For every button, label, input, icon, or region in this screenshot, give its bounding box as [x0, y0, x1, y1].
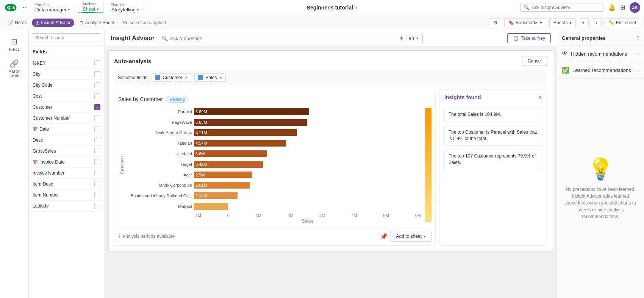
field-checkbox[interactable] [94, 203, 100, 209]
field-checkbox[interactable] [94, 192, 100, 198]
bar-value: 3.42M [195, 162, 207, 167]
master-items-icon: 🔗 [9, 59, 19, 68]
help-icon[interactable]: ? [636, 35, 639, 41]
bar-label: Userland [130, 151, 192, 156]
hidden-recommendations-item[interactable]: 👁 Hidden recommendations › [557, 46, 644, 62]
search-assets-input[interactable] [32, 33, 101, 42]
fields-icon: ⊟ [11, 37, 17, 46]
bars-area: Paracel5.69MPageWave5.63MDeak-Perera Gro… [130, 106, 421, 212]
bar-fill: 3.42M [194, 161, 263, 168]
analyze-label: Analyze Sheet [85, 20, 114, 25]
far-right-panel: General properties ? 👁 Hidden recommenda… [557, 30, 644, 298]
ia-search-icon: 🔍 [162, 36, 168, 41]
field-tag-sales: Sales ✕ [194, 73, 226, 82]
ia-lang-selector[interactable]: en [406, 36, 414, 41]
field-checkbox[interactable] [94, 71, 100, 77]
back-button[interactable]: ‹ [579, 18, 589, 27]
edit-sheet-button[interactable]: ✏️ Edit sheet [605, 18, 640, 27]
sheets-button[interactable]: Sheets ▾ [549, 18, 575, 27]
nav-prepare-label: Prepare [35, 3, 70, 7]
sales-field-name: Sales [205, 75, 217, 80]
smartsearch-button[interactable]: ⊞ [489, 18, 501, 27]
more-options-icon[interactable]: ··· [23, 4, 28, 11]
nav-analyze[interactable]: Analyze Sheet ▾ [78, 2, 104, 13]
field-item[interactable]: Customer [29, 102, 104, 113]
field-item[interactable]: Invoice Number [29, 168, 104, 179]
field-checkbox[interactable] [94, 137, 100, 143]
field-name-label: %KEY [33, 61, 46, 66]
ia-mic-icon[interactable]: 🎙 [399, 36, 404, 41]
insights-panel: Insights found ✕ The total Sales is 104.… [439, 89, 547, 246]
insights-title: Insights found [444, 94, 542, 100]
sidebar-item-fields[interactable]: ⊟ Fields [2, 34, 27, 55]
bar-value: 2.81M [195, 183, 207, 187]
field-item[interactable]: Item Desc [29, 179, 104, 190]
nav-prepare[interactable]: Prepare Data manager ▾ [31, 3, 75, 12]
analyze-sheet-button[interactable]: ⊡ Analyze Sheet [76, 19, 118, 27]
field-item[interactable]: Item Number [29, 190, 104, 201]
field-item[interactable]: Latitude [29, 201, 104, 212]
bar-label: Deak-Perera Group. [130, 130, 192, 135]
analyze-dropdown-icon: ▾ [97, 7, 99, 12]
field-item[interactable]: Customer Number [29, 113, 104, 124]
sidebar-item-master-items[interactable]: 🔗 Master items [2, 56, 27, 81]
edit-sheet-label: Edit sheet [616, 20, 636, 25]
field-checkbox[interactable] [94, 148, 100, 154]
field-item[interactable]: 📅 Invoice Date [29, 157, 104, 168]
field-name-label: Item Number [33, 192, 59, 198]
apps-icon[interactable]: ⊞ [620, 4, 625, 11]
ia-search-bar[interactable]: 🔍 🎙 en ▾ [158, 34, 423, 43]
add-to-sheet-button[interactable]: Add to sheet ▾ [391, 231, 431, 242]
learned-recommendations-item[interactable]: ✅ Learned recommendations › [557, 62, 644, 79]
ia-right: 📋 Take survey [507, 33, 551, 43]
field-item[interactable]: 📅 Date [29, 124, 104, 135]
nav-narrate-title: Storytelling [111, 7, 136, 12]
pin-icon[interactable]: 📌 [380, 233, 388, 240]
bookmarks-button[interactable]: 🔖 Bookmarks ▾ [504, 18, 546, 27]
field-checkbox[interactable] [94, 159, 100, 165]
field-checkbox[interactable] [94, 126, 100, 132]
field-item[interactable]: %KEY [29, 58, 104, 69]
edit-icon: ✏️ [609, 20, 614, 25]
cancel-button[interactable]: Cancel [522, 56, 547, 66]
app-title-dropdown-icon[interactable]: ▾ [355, 5, 358, 10]
insight-advisor-button[interactable]: ◎ Insight Advisor [32, 19, 74, 27]
field-checkbox[interactable] [94, 115, 100, 121]
notes-button[interactable]: 📝 Notes [4, 19, 30, 27]
field-checkbox[interactable] [94, 93, 100, 99]
hidden-recommendations-arrow: › [638, 51, 639, 56]
search-input-top[interactable] [532, 5, 592, 10]
field-item[interactable]: City [29, 69, 104, 80]
lang-dropdown-icon[interactable]: ▾ [416, 36, 419, 41]
x-axis-tick: 4M [351, 213, 357, 218]
svg-text:Qlik: Qlik [7, 5, 16, 10]
field-checkbox[interactable] [94, 181, 100, 187]
notifications-icon[interactable]: 🔔 [608, 4, 616, 11]
nav-prepare-title: Data manager [35, 7, 66, 12]
insights-close-button[interactable]: ✕ [538, 94, 542, 100]
chart-header: Sales by Customer Ranking [118, 96, 431, 103]
nav-narrate[interactable]: Narrate Storytelling ▾ [107, 3, 144, 12]
bar-row: Paracel5.69M [194, 107, 421, 117]
field-checkbox[interactable] [94, 170, 100, 176]
customer-field-close[interactable]: ✕ [184, 75, 188, 80]
bar-label: Tandy Corporation [130, 183, 192, 187]
bar-fill: 2.81M [194, 182, 250, 189]
field-checkbox[interactable] [94, 104, 100, 110]
take-survey-button[interactable]: 📋 Take survey [507, 33, 551, 43]
field-checkbox[interactable] [94, 60, 100, 66]
field-item[interactable]: GrossSales [29, 146, 104, 157]
ia-search-input[interactable] [170, 36, 397, 41]
forward-button[interactable]: › [592, 18, 602, 27]
app-title[interactable]: Beginner's tutorial [306, 5, 353, 11]
field-item[interactable]: Cost [29, 91, 104, 102]
field-item[interactable]: Desc [29, 135, 104, 146]
sales-field-close[interactable]: ✕ [219, 75, 222, 80]
far-right-header: General properties ? [557, 30, 644, 46]
field-item[interactable]: City Code [29, 80, 104, 91]
add-to-sheet-dropdown-icon: ▾ [424, 234, 426, 239]
field-checkbox[interactable] [94, 82, 100, 88]
avatar[interactable]: JK [630, 2, 640, 13]
insight-advisor-search-top[interactable]: 🔍 [520, 3, 603, 12]
notes-icon: 📝 [8, 20, 13, 25]
